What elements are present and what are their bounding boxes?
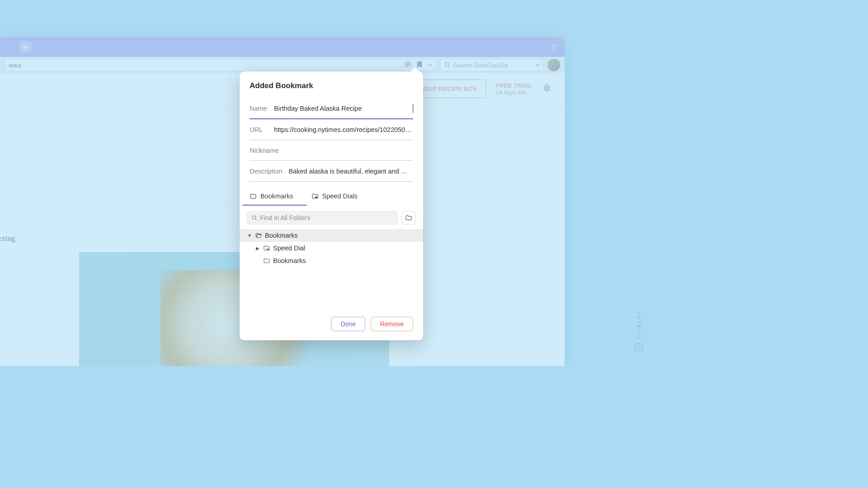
nickname-label: Nickname: [250, 147, 278, 154]
address-bar[interactable]: aska: [5, 59, 436, 71]
trial-title: FREE TRIAL: [495, 82, 532, 89]
chevron-down-icon[interactable]: [428, 62, 432, 69]
svg-point-9: [268, 249, 269, 250]
location-tabs: Bookmarks Speed Dials: [240, 186, 423, 206]
bookmark-icon[interactable]: [417, 61, 422, 70]
nickname-input[interactable]: [285, 147, 413, 154]
url-label: URL: [250, 126, 268, 133]
name-label: Name: [250, 105, 268, 112]
svg-point-5: [253, 216, 256, 219]
svg-point-4: [316, 197, 316, 198]
tree-row-bookmarks[interactable]: ▼ Bookmarks: [240, 229, 423, 242]
tab-speed-dials-label: Speed Dials: [322, 192, 358, 200]
tab-bookmarks-label: Bookmarks: [260, 192, 293, 200]
folder-search[interactable]: [247, 211, 398, 225]
tab-speed-dials[interactable]: Speed Dials: [311, 186, 358, 205]
recipe-box-button[interactable]: OUR RECIPE BOX: [414, 80, 487, 98]
folder-open-icon: [255, 232, 262, 239]
tree-label-speed-dial: Speed Dial: [273, 244, 305, 252]
gear-icon[interactable]: [541, 83, 551, 95]
folder-search-input[interactable]: [260, 214, 393, 221]
folder-tree: ▼ Bookmarks ▶ Speed Dial Bookmarks: [240, 229, 423, 267]
nickname-field[interactable]: Nickname: [250, 140, 413, 161]
trash-icon[interactable]: [550, 43, 558, 51]
svg-point-2: [316, 197, 316, 197]
new-tab-button[interactable]: [20, 41, 32, 53]
popup-title: Added Bookmark: [240, 71, 423, 99]
address-text: aska: [9, 62, 404, 69]
remove-button[interactable]: Remove: [371, 317, 413, 331]
url-input[interactable]: [274, 126, 413, 133]
search-input[interactable]: [453, 62, 533, 69]
profile-avatar[interactable]: [547, 59, 560, 71]
reader-mode-icon[interactable]: [404, 61, 411, 69]
svg-point-6: [267, 249, 268, 249]
tree-row-bookmarks-child[interactable]: Bookmarks: [240, 254, 423, 267]
tree-label-root: Bookmarks: [265, 232, 298, 239]
chevron-right-icon[interactable]: ▶: [255, 246, 260, 251]
vivaldi-text: VIVALDI: [636, 311, 642, 340]
trial-status: FREE TRIAL 14 days left: [495, 82, 532, 96]
new-folder-button[interactable]: [401, 211, 416, 225]
done-button[interactable]: Done: [331, 317, 365, 331]
svg-point-1: [315, 197, 316, 197]
svg-point-8: [267, 249, 268, 250]
folder-icon: [263, 257, 270, 264]
svg-point-3: [315, 197, 316, 198]
divider: [0, 204, 235, 205]
search-engine-icon: [444, 61, 450, 69]
recipe-meta: 7 hours' freezing: [0, 234, 15, 243]
tab-bookmarks[interactable]: Bookmarks: [250, 186, 293, 205]
url-field[interactable]: URL: [250, 119, 413, 140]
trial-days: 14 days left: [495, 89, 532, 96]
tree-row-speed-dial[interactable]: ▶ Speed Dial: [240, 242, 423, 254]
folder-icon: [263, 244, 270, 252]
toolbar: aska: [0, 57, 565, 73]
svg-point-0: [445, 62, 448, 66]
vivaldi-logo-icon: [635, 343, 643, 352]
bookmark-popup: Added Bookmark Name URL Nickname Descrip…: [240, 71, 423, 340]
svg-point-7: [268, 249, 269, 249]
tab-strip: [0, 37, 565, 57]
search-box[interactable]: [440, 59, 544, 71]
chevron-down-icon[interactable]: ▼: [247, 233, 252, 238]
name-field[interactable]: Name: [250, 99, 413, 119]
name-input[interactable]: [274, 105, 412, 112]
description-label: Description: [250, 168, 283, 175]
recipe-body: and dramatic. (it must be made said); it…: [0, 251, 72, 366]
chevron-down-icon[interactable]: [535, 62, 540, 69]
vivaldi-watermark: VIVALDI: [635, 311, 643, 352]
tab-underline: [242, 205, 307, 206]
description-field[interactable]: Description: [250, 161, 413, 182]
description-input[interactable]: [289, 168, 413, 175]
text-cursor: [413, 104, 413, 113]
tree-label-bookmarks-child: Bookmarks: [273, 257, 306, 264]
